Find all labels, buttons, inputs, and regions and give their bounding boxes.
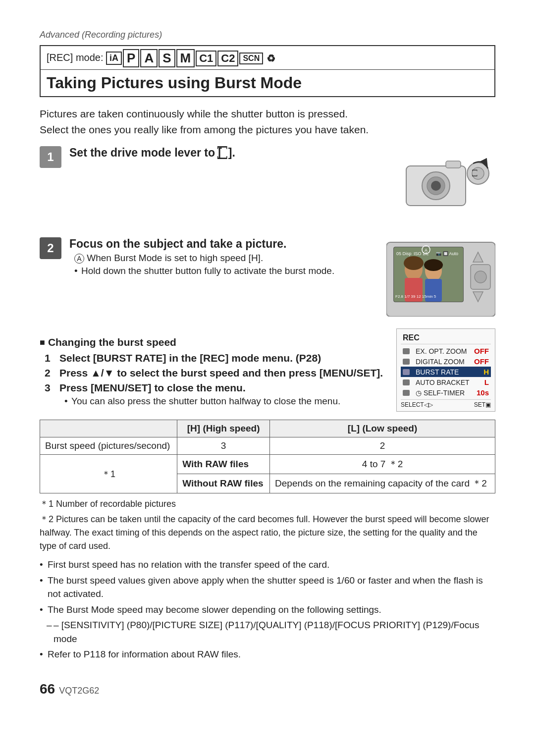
changing-burst-section: Changing the burst speed 1 Select [BURST… (40, 328, 495, 412)
step-num-2: 2 (45, 367, 54, 379)
burst-table: [H] (High speed) [L] (Low speed) Burst s… (40, 420, 495, 493)
step2-image: 05 Disp ISO 1/L 📷 🔲 Auto F2.8 1/7 39 12 … (386, 237, 495, 320)
mode-ia: iA (106, 52, 122, 65)
menu-icon-auto (403, 379, 410, 385)
note-a-circle: A (74, 254, 84, 264)
menu-footer-right: SET▣ (474, 401, 491, 408)
menu-box: REC EX. OPT. ZOOM OFF DIGITAL ZOOM OFF B… (396, 328, 495, 412)
svg-text:📷 🔲 Auto: 📷 🔲 Auto (436, 251, 458, 257)
step2-note-a: A When Burst Mode is set to high speed [… (74, 253, 376, 264)
note-a-text: When Burst Mode is set to high speed [H]… (87, 253, 263, 263)
menu-icon-self (403, 390, 410, 396)
step2-number: 2 (40, 237, 61, 259)
page-code: VQT2G62 (59, 686, 99, 696)
step2-title: Focus on the subject and take a picture. (69, 237, 376, 251)
menu-label-self: ◷ SELF-TIMER (416, 389, 473, 397)
table-star1-cell: ＊1 (40, 455, 177, 493)
step2-container: 2 Focus on the subject and take a pictur… (40, 237, 495, 320)
rec-mode-line: [REC] mode: iA P A S M C1 C2 SCN ♻ (41, 46, 494, 70)
menu-row-digital: DIGITAL ZOOM OFF (401, 356, 491, 367)
step2-text: Focus on the subject and take a picture.… (69, 237, 376, 276)
table-cell-burst-label: Burst speed (pictures/second) (40, 437, 177, 455)
breadcrumb: Advanced (Recording pictures) (40, 30, 495, 40)
step-3-subbullet: You can also press the shutter button ha… (71, 396, 340, 407)
menu-icon-burst (403, 369, 410, 375)
mode-s: S (159, 49, 175, 67)
step1-container: 1 Set the drive mode lever to [ ꙱ ]. (40, 146, 495, 228)
step-num-1: 1 (45, 352, 54, 364)
dash-item-1: – [SENSITIVITY] (P80)/[PICTURE SIZE] (P1… (40, 618, 495, 646)
menu-label-burst: BURST RATE (416, 368, 480, 376)
menu-val-self: 10s (477, 388, 489, 397)
menu-screenshot: REC EX. OPT. ZOOM OFF DIGITAL ZOOM OFF B… (396, 328, 495, 412)
numbered-step-3: 3 Press [MENU/SET] to close the menu. Yo… (45, 382, 386, 407)
menu-val-burst: H (483, 368, 489, 376)
table-cell-without-raw-val: Depends on the remaining capacity of the… (270, 474, 495, 493)
mode-p: P (123, 49, 139, 67)
menu-row-burst: BURST RATE H (401, 367, 491, 377)
table-cell-without-raw-label: Without RAW files (177, 474, 270, 493)
table-cell-burst-h: 3 (177, 437, 270, 455)
step1-text: Set the drive mode lever to [ ꙱ ]. (69, 146, 386, 162)
menu-row-ex: EX. OPT. ZOOM OFF (401, 346, 491, 356)
menu-label-ex: EX. OPT. ZOOM (416, 347, 470, 355)
bullet-item-1: First burst speed has no relation with t… (40, 558, 495, 572)
table-cell-burst-l: 2 (270, 437, 495, 455)
table-header-high: [H] (High speed) (177, 420, 270, 437)
mode-a: A (140, 49, 158, 67)
table-row-with-raw: ＊1 With RAW files 4 to 7 ＊2 (40, 455, 495, 474)
menu-title: REC (401, 332, 491, 344)
step1-image: ꙱ (396, 146, 495, 228)
page-title: Taking Pictures using Burst Mode (41, 70, 494, 96)
numbered-step-1: 1 Select [BURST RATE] in the [REC] mode … (45, 352, 386, 364)
mode-m: M (176, 49, 195, 67)
step2-content: Focus on the subject and take a picture.… (69, 237, 495, 320)
step2-bullet: Hold down the shutter button fully to ac… (81, 266, 376, 276)
numbered-steps: 1 Select [BURST RATE] in the [REC] mode … (45, 352, 386, 407)
mode-c1: C1 (196, 51, 216, 66)
footnotes: ＊1 Number of recordable pictures ＊2 Pict… (40, 497, 495, 553)
table-header-row: [H] (High speed) [L] (Low speed) (40, 420, 495, 437)
mode-icons: iA P A S M C1 C2 SCN ♻ (106, 49, 278, 67)
bullet-item-4: Refer to P118 for information about RAW … (40, 648, 495, 661)
menu-label-auto: AUTO BRACKET (416, 378, 481, 386)
svg-text:A: A (425, 248, 428, 253)
bullet-item-2: The burst speed values given above apply… (40, 574, 495, 601)
menu-row-self: ◷ SELF-TIMER 10s (401, 387, 491, 398)
table-cell-with-raw-val: 4 to 7 ＊2 (270, 455, 495, 474)
svg-point-27 (475, 271, 486, 283)
menu-label-digital: DIGITAL ZOOM (416, 358, 470, 366)
mode-scn: SCN (239, 53, 263, 64)
menu-footer: SELECT◁▷ SET▣ (401, 399, 491, 408)
bullet-item-3: The Burst Mode speed may become slower d… (40, 603, 495, 617)
footnote-2: ＊2 Pictures can be taken until the capac… (40, 513, 495, 553)
svg-point-17 (424, 259, 443, 271)
step1-number: 1 (40, 146, 61, 168)
menu-row-auto: AUTO BRACKET L (401, 377, 491, 387)
svg-point-3 (431, 181, 441, 191)
step-num-3: 3 (45, 382, 54, 394)
step1-row: Set the drive mode lever to [ ꙱ ]. (69, 146, 495, 228)
mode-scene-icon: ♻ (264, 52, 278, 65)
menu-icon-digital (403, 359, 410, 365)
svg-point-6 (472, 167, 484, 179)
step-desc-3: Press [MENU/SET] to close the menu. (59, 382, 340, 394)
page-number-bar: 66 VQT2G62 (40, 681, 495, 697)
menu-footer-left: SELECT◁▷ (401, 401, 433, 408)
rec-mode-label: [REC] mode: (47, 52, 103, 63)
footnote-1: ＊1 Number of recordable pictures (40, 497, 495, 511)
svg-rect-4 (446, 161, 461, 168)
intro-line1: Pictures are taken continuously while th… (40, 106, 495, 122)
step-desc-1: Select [BURST RATE] in the [REC] mode me… (59, 352, 321, 364)
step2-row: Focus on the subject and take a picture.… (69, 237, 495, 320)
menu-val-ex: OFF (474, 347, 489, 355)
step1-content: Set the drive mode lever to [ ꙱ ]. (69, 146, 495, 228)
step-desc-2: Press ▲/▼ to select the burst speed and … (59, 367, 383, 379)
bullet-list: First burst speed has no relation with t… (40, 558, 495, 661)
table-header-low: [L] (Low speed) (270, 420, 495, 437)
mode-c2: C2 (217, 51, 238, 66)
steps-col: Changing the burst speed 1 Select [BURST… (40, 328, 386, 410)
page-number: 66 (40, 681, 55, 697)
table-header-col0 (40, 420, 177, 437)
menu-val-auto: L (484, 378, 489, 386)
